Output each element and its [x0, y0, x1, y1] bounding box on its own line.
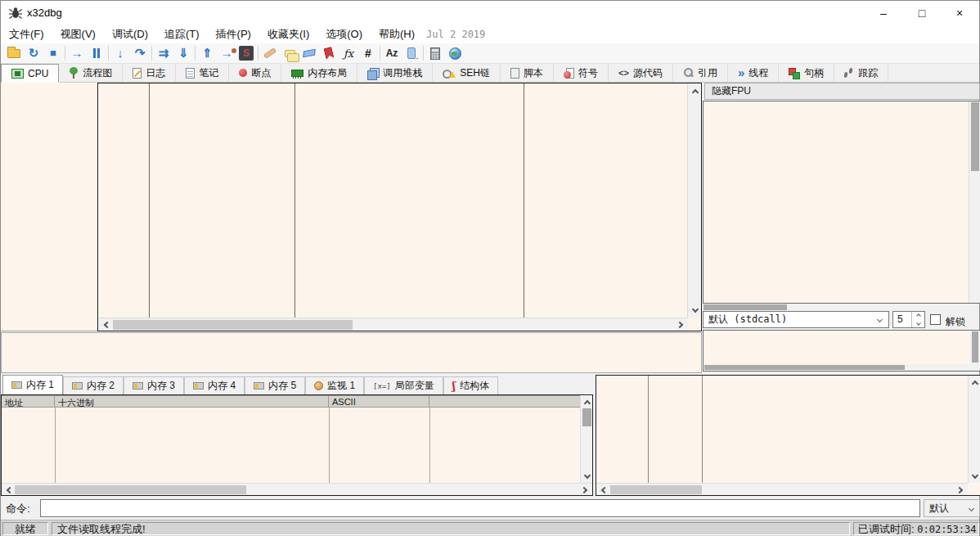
seh-chain-button[interactable]: S	[236, 44, 256, 62]
tab-call-stack[interactable]: 调用堆栈	[357, 64, 433, 82]
column-header-ascii[interactable]: ASCII	[329, 396, 429, 407]
scroll-thumb[interactable]	[971, 102, 979, 171]
titlebar[interactable]: x32dbg – □ ×	[1, 1, 979, 25]
menu-file[interactable]: 文件(F)	[1, 25, 52, 43]
menu-debug[interactable]: 调试(D)	[104, 25, 156, 43]
scroll-thumb[interactable]	[972, 331, 978, 363]
bookmarks-button[interactable]	[319, 44, 339, 62]
tab-seh[interactable]: SEH链	[433, 64, 501, 82]
tab-trace[interactable]: 跟踪	[834, 64, 888, 82]
dump-vscrollbar[interactable]	[580, 395, 592, 483]
tab-watch-1[interactable]: 监视 1	[305, 376, 364, 394]
scroll-left-arrow[interactable]	[3, 484, 14, 496]
tab-references[interactable]: 引用	[673, 64, 728, 82]
tab-graph[interactable]: 流程图	[59, 64, 123, 82]
run-button[interactable]: →	[67, 44, 87, 62]
disassembly-hscrollbar[interactable]	[98, 318, 688, 331]
tab-script[interactable]: 脚本	[501, 64, 554, 82]
scroll-thumb[interactable]	[15, 485, 246, 494]
labels-button[interactable]	[299, 44, 319, 62]
disassembly-view[interactable]	[97, 83, 702, 331]
functions-button[interactable]: ƒx	[339, 44, 358, 62]
tab-dump-1[interactable]: 内存 1	[2, 375, 63, 394]
preferences-button[interactable]	[445, 44, 465, 62]
scroll-down-arrow[interactable]	[969, 471, 980, 481]
calculator-button[interactable]	[425, 44, 445, 62]
disassembly-sidebar[interactable]	[1, 83, 97, 331]
scroll-thumb[interactable]	[704, 365, 905, 370]
disassembly-vscrollbar[interactable]	[687, 83, 701, 318]
column-header-hex[interactable]: 十六进制	[55, 396, 329, 407]
run-to-selection-button[interactable]: ⇓	[173, 44, 193, 62]
column-divider[interactable]	[149, 83, 150, 318]
step-into-button[interactable]: ↓	[110, 44, 130, 62]
close-button[interactable]: ×	[941, 1, 978, 25]
tab-notes[interactable]: 笔记	[176, 64, 229, 82]
scroll-down-arrow[interactable]	[688, 304, 702, 316]
minimize-button[interactable]: –	[865, 1, 902, 25]
comments-button[interactable]	[280, 44, 299, 62]
info-box[interactable]	[1, 332, 702, 373]
tab-cpu[interactable]: CPU	[1, 64, 59, 83]
open-file-button[interactable]	[4, 44, 24, 62]
restart-button[interactable]: ↻	[24, 44, 43, 62]
scroll-up-arrow[interactable]	[581, 397, 593, 407]
hide-fpu-button[interactable]: 隐藏FPU	[704, 83, 980, 100]
tab-log[interactable]: 日志	[123, 64, 176, 82]
run-to-user-code-button[interactable]: →	[217, 44, 236, 62]
column-header-extra[interactable]	[429, 396, 580, 407]
tab-source[interactable]: <>源代码	[609, 64, 673, 82]
tab-dump-4[interactable]: 内存 4	[184, 376, 245, 394]
tab-dump-2[interactable]: 内存 2	[63, 376, 124, 394]
scroll-up-arrow[interactable]	[688, 85, 702, 97]
arguments-vscrollbar[interactable]	[970, 331, 980, 364]
patches-button[interactable]	[260, 44, 280, 62]
stack-hscrollbar[interactable]	[596, 483, 968, 495]
scroll-right-arrow[interactable]	[955, 484, 966, 496]
tab-dump-5[interactable]: 内存 5	[245, 376, 305, 394]
command-profile-select[interactable]: 默认	[924, 499, 980, 517]
scroll-left-arrow[interactable]	[100, 318, 111, 331]
strings-button[interactable]: Az	[382, 44, 402, 62]
tab-handles[interactable]: 句柄	[779, 64, 834, 82]
tab-breakpoints[interactable]: 断点	[229, 64, 281, 82]
tab-locals[interactable]: [x=]局部变量	[364, 376, 443, 394]
argument-count-stepper[interactable]: 5	[892, 311, 925, 328]
tab-struct[interactable]: ʃ结构体	[443, 376, 498, 394]
stop-button[interactable]: ■	[43, 44, 63, 62]
step-over-button[interactable]: ↷	[130, 44, 150, 62]
maximize-button[interactable]: □	[903, 1, 941, 25]
calling-convention-select[interactable]: 默认 (stdcall)	[703, 311, 889, 328]
pause-button[interactable]	[87, 44, 106, 62]
scroll-thumb[interactable]	[704, 304, 787, 310]
stack-vscrollbar[interactable]	[968, 376, 980, 483]
tab-symbols[interactable]: 符号	[554, 64, 609, 82]
step-out-button[interactable]: ⇑	[197, 44, 217, 62]
tab-threads[interactable]: »线程	[728, 64, 779, 82]
scroll-up-arrow[interactable]	[969, 377, 980, 387]
spin-up-arrow[interactable]	[912, 312, 924, 320]
attach-button[interactable]	[402, 44, 421, 62]
menu-trace[interactable]: 追踪(T)	[156, 25, 208, 43]
memory-dump-table[interactable]: 地址 十六进制 ASCII	[1, 394, 593, 496]
column-divider[interactable]	[524, 83, 524, 318]
menu-favourites[interactable]: 收藏夹(I)	[259, 25, 317, 43]
registers-vscrollbar[interactable]	[969, 101, 980, 303]
scroll-thumb[interactable]	[113, 320, 353, 330]
crash-dump-button[interactable]: #	[358, 44, 378, 62]
tab-dump-3[interactable]: 内存 3	[124, 376, 184, 394]
registers-view[interactable]	[703, 101, 980, 304]
arguments-view[interactable]	[703, 330, 980, 372]
execute-till-return-button[interactable]: ⇉	[154, 44, 173, 62]
scroll-left-arrow[interactable]	[598, 484, 609, 496]
command-input[interactable]	[40, 499, 920, 517]
menu-help[interactable]: 帮助(H)	[371, 25, 423, 43]
menu-options[interactable]: 选项(O)	[317, 25, 371, 43]
scroll-thumb[interactable]	[610, 485, 702, 494]
tab-memory-map[interactable]: 内存布局	[281, 64, 357, 82]
stack-view[interactable]	[596, 375, 980, 496]
column-divider[interactable]	[294, 83, 295, 318]
spin-down-arrow[interactable]	[912, 320, 924, 328]
arguments-hscrollbar[interactable]	[704, 364, 980, 371]
scroll-down-arrow[interactable]	[581, 471, 593, 481]
